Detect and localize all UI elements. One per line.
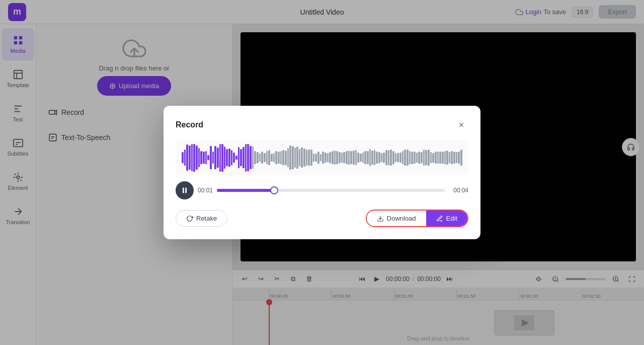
waveform-bar (446, 151, 448, 164)
waveform-bar (397, 153, 399, 162)
dialog-close-button[interactable]: × (454, 118, 468, 132)
waveform-bar (350, 151, 352, 164)
waveform-bar (271, 154, 273, 162)
time-end: 00:04 (453, 187, 468, 194)
waveform-bars (182, 146, 462, 169)
waveform-bar (315, 154, 317, 162)
waveform-bar (395, 153, 397, 162)
waveform-bar (189, 146, 191, 169)
waveform-bar (182, 152, 184, 163)
waveform-bar (320, 154, 322, 162)
waveform-bar (212, 152, 214, 164)
waveform-bar (411, 152, 413, 164)
waveform-bar (329, 152, 331, 163)
pause-button[interactable] (176, 181, 194, 199)
waveform-bar (341, 153, 343, 162)
waveform-bar (449, 152, 451, 163)
waveform-bar (390, 150, 392, 166)
dialog-header: Record × (176, 118, 468, 132)
waveform-bar (392, 151, 394, 164)
waveform-bar (437, 152, 439, 164)
waveform-bar (399, 153, 401, 163)
waveform-bar (404, 150, 406, 166)
edit-button[interactable]: Edit (426, 211, 467, 226)
waveform-bar (385, 150, 387, 165)
waveform-bar (378, 152, 380, 163)
waveform-bar (217, 148, 219, 168)
waveform-bar (289, 146, 291, 170)
waveform-bar (205, 151, 207, 164)
waveform-bar (254, 151, 256, 164)
waveform-bar (423, 150, 425, 166)
waveform-bar (388, 150, 390, 165)
waveform-bar (409, 151, 411, 164)
svg-rect-22 (183, 188, 184, 193)
waveform-bar (184, 150, 186, 165)
waveform-bar (280, 151, 282, 164)
waveform-bar (416, 153, 418, 163)
time-start: 00:01 (198, 187, 213, 194)
waveform-bar (442, 152, 444, 164)
waveform-bar (357, 153, 359, 163)
waveform-bar (233, 153, 235, 163)
waveform-bar (191, 144, 193, 171)
waveform-bar (346, 151, 348, 164)
waveform-bar (444, 151, 446, 165)
action-buttons: Download Edit (366, 210, 468, 227)
waveform-bar (207, 155, 209, 161)
waveform-bar (460, 150, 462, 166)
waveform-bar (292, 146, 294, 169)
waveform-bar (381, 153, 383, 162)
waveform-bar (332, 151, 334, 165)
waveform-bar (186, 145, 188, 171)
waveform-bar (308, 150, 310, 165)
progress-track[interactable] (217, 189, 445, 192)
dialog-title: Record (176, 120, 203, 129)
waveform-bar (430, 152, 432, 163)
waveform-bar (374, 150, 376, 165)
waveform-bar (278, 152, 280, 164)
waveform-bar (261, 152, 263, 164)
dialog-actions: Retake Download Edit (176, 210, 468, 227)
waveform-bar (325, 153, 327, 163)
waveform-bar (456, 152, 458, 163)
waveform-bar (240, 149, 242, 166)
waveform-bar (252, 147, 254, 169)
waveform-bar (306, 150, 308, 166)
waveform-bar (317, 152, 319, 164)
waveform-bar (348, 151, 350, 164)
waveform-bar (376, 152, 378, 163)
waveform-bar (235, 156, 237, 160)
waveform-bar (432, 153, 434, 163)
waveform-bar (371, 151, 373, 165)
waveform-bar (362, 153, 364, 163)
download-button[interactable]: Download (367, 211, 426, 226)
waveform-bar (301, 148, 303, 168)
waveform-bar (355, 150, 357, 165)
waveform-bar (421, 152, 423, 163)
waveform-bar (383, 153, 385, 163)
waveform-bar (425, 150, 427, 165)
waveform-bar (451, 151, 453, 164)
waveform-bar (369, 149, 371, 166)
download-icon (377, 215, 384, 222)
waveform-bar (285, 151, 287, 165)
waveform-bar (364, 151, 366, 164)
waveform-bar (360, 154, 362, 162)
waveform-bar (322, 152, 324, 163)
waveform-bar (245, 144, 247, 172)
progress-row: 00:01 00:04 (176, 181, 468, 199)
waveform-bar (219, 144, 221, 172)
waveform-bar (367, 151, 369, 164)
waveform-bar (310, 150, 312, 166)
waveform-bar (343, 152, 345, 164)
waveform-bar (264, 153, 266, 162)
waveform-bar (336, 151, 338, 164)
waveform-bar (402, 151, 404, 164)
retake-button[interactable]: Retake (176, 210, 227, 227)
waveform-bar (198, 148, 200, 167)
waveform-bar (296, 147, 298, 169)
waveform-container (176, 140, 468, 175)
waveform-bar (231, 150, 233, 166)
waveform-bar (327, 153, 329, 162)
